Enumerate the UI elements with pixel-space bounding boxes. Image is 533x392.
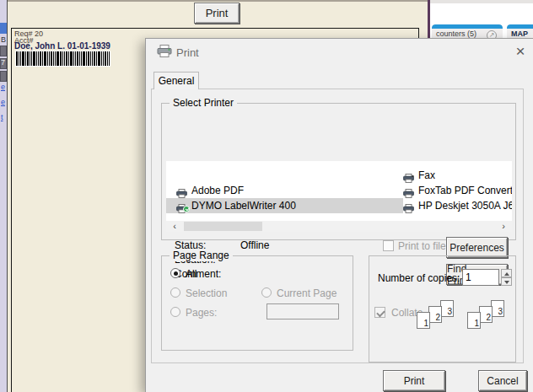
left-strip-button[interactable] xyxy=(0,71,7,82)
radio-all-label: All xyxy=(186,268,197,280)
scrollbar-thumb[interactable] xyxy=(184,222,262,231)
barcode-bars xyxy=(15,51,110,67)
radio-selection[interactable] xyxy=(170,287,180,298)
page-top-border xyxy=(8,0,428,2)
window-edge-divider xyxy=(428,0,430,39)
default-printer-badge xyxy=(183,206,190,212)
dialog-cancel-button-label: Cancel xyxy=(487,375,518,387)
dialog-cancel-button[interactable]: Cancel xyxy=(478,370,527,391)
page-sheet: 1 xyxy=(467,312,481,329)
app-print-button-label: Print xyxy=(206,7,229,19)
status-value: Offline xyxy=(240,239,269,251)
printer-item-dymo-labelwriter-selected[interactable]: DYMO LabelWriter 400 xyxy=(166,198,403,213)
printer-icon xyxy=(176,201,187,211)
left-strip-text-fragment: 7 xyxy=(1,59,8,67)
page-number: 2 xyxy=(486,313,491,322)
print-to-file-label: Print to file xyxy=(398,240,446,252)
printer-name: DYMO LabelWriter 400 xyxy=(191,200,296,212)
page-number: 3 xyxy=(447,307,452,316)
printer-icon xyxy=(176,186,187,196)
fax-printer-icon xyxy=(403,171,414,180)
label-patient-name: Doe, John L. 01-01-1939 xyxy=(14,42,110,51)
dialog-tab-pane: Select Printer Adobe PDF DYMO LabelWrite… xyxy=(151,89,524,363)
page-range-group: Page Range All Selection Current Page Pa… xyxy=(161,255,353,351)
page-number: 1 xyxy=(474,319,479,328)
number-of-copies-label: Number of copies: xyxy=(378,272,460,284)
page-number: 3 xyxy=(498,307,503,316)
barcode xyxy=(15,51,110,67)
background-app-left-strip: B 7 e e t xyxy=(0,0,7,392)
dialog-title: Print xyxy=(176,46,199,59)
close-icon[interactable]: × xyxy=(510,42,530,61)
radio-current-page-label: Current Page xyxy=(277,287,336,299)
page-sheet: 3 xyxy=(440,300,454,317)
print-dialog: Print × General Select Printer Adobe PD xyxy=(145,38,533,392)
copies-spin-up-button[interactable] xyxy=(501,269,512,277)
page-sheet: 1 xyxy=(417,312,430,329)
tab-general[interactable]: General xyxy=(153,72,199,89)
printer-icon xyxy=(403,186,414,196)
left-strip-blue-item xyxy=(0,23,7,34)
spin-down-icon xyxy=(504,281,509,284)
printer-name: HP Deskjet 3050A J6 xyxy=(418,200,512,212)
page-sheet: 3 xyxy=(491,300,504,317)
printer-item-fax[interactable]: Fax xyxy=(403,168,512,183)
copies-count-input[interactable] xyxy=(462,269,499,286)
page-number: 1 xyxy=(423,319,428,328)
left-strip-button[interactable] xyxy=(0,46,7,56)
copies-spin-down-button[interactable] xyxy=(501,277,512,286)
printer-name: Adobe PDF xyxy=(191,185,244,196)
printer-name: FoxTab PDF Convert xyxy=(418,185,512,196)
radio-pages-label: Pages: xyxy=(186,307,217,319)
dialog-print-button[interactable]: Print xyxy=(383,370,445,391)
printer-icon xyxy=(157,45,172,57)
close-glyph: × xyxy=(515,42,525,60)
printer-list: Adobe PDF DYMO LabelWriter 400 Fax xyxy=(166,161,512,221)
dialog-print-button-label: Print xyxy=(404,375,425,387)
page-number: 2 xyxy=(435,313,440,322)
screenshot-root: B 7 e e t Req# 20 Acct# Doe, John L. 01-… xyxy=(0,0,533,392)
scroll-left-icon[interactable]: ‹ xyxy=(168,221,181,232)
tab-general-label: General xyxy=(159,75,195,87)
printer-item-adobe-pdf[interactable]: Adobe PDF xyxy=(166,183,403,198)
pages-range-input[interactable] xyxy=(266,303,339,320)
radio-selection-label: Selection xyxy=(186,287,227,299)
select-printer-legend: Select Printer xyxy=(170,97,237,109)
collate-checkbox[interactable] xyxy=(374,307,385,318)
print-to-file-checkbox[interactable] xyxy=(383,240,394,251)
collate-pages-icon: 3 2 1 xyxy=(417,300,466,342)
copies-group: Number of copies: Collate 3 2 1 3 2 1 xyxy=(369,255,516,362)
radio-current-page[interactable] xyxy=(261,287,272,298)
printer-list-hscrollbar[interactable]: ‹ › xyxy=(166,221,512,232)
radio-pages[interactable] xyxy=(170,307,180,317)
tab-map-label: MAP xyxy=(507,29,533,38)
tab-map[interactable]: MAP xyxy=(507,24,533,39)
printer-item-foxtab-pdf[interactable]: FoxTab PDF Convert xyxy=(403,183,512,198)
printer-icon xyxy=(403,201,414,211)
printer-item-hp-deskjet[interactable]: HP Deskjet 3050A J6 xyxy=(403,198,512,213)
page-sheet: 2 xyxy=(428,306,442,323)
spin-up-icon xyxy=(504,272,509,276)
page-sheet: 2 xyxy=(479,306,493,323)
preferences-button-label: Preferences xyxy=(450,242,504,254)
dialog-titlebar[interactable]: Print × xyxy=(146,39,532,66)
scroll-right-icon[interactable]: › xyxy=(497,221,510,232)
app-print-button[interactable]: Print xyxy=(194,3,240,24)
page-range-legend: Page Range xyxy=(170,250,233,261)
collate-pages-icon: 3 2 1 xyxy=(467,300,516,342)
printer-name: Fax xyxy=(418,169,435,181)
browser-top-border xyxy=(430,0,533,3)
radio-all[interactable] xyxy=(170,268,180,278)
